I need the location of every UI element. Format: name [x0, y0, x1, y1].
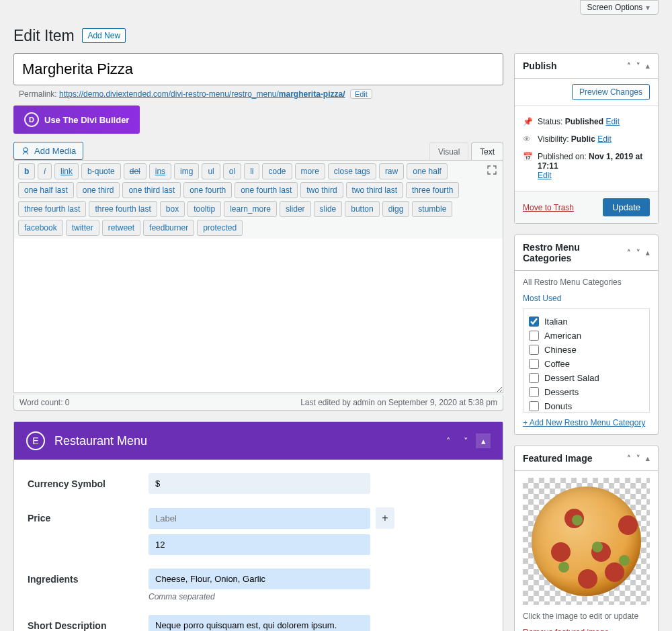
edit-status-link[interactable]: Edit — [605, 117, 620, 126]
quicktag-box[interactable]: box — [160, 201, 185, 217]
category-checkbox[interactable] — [529, 373, 539, 383]
move-up-icon[interactable]: ˄ — [627, 249, 631, 257]
price-value-input[interactable] — [149, 534, 370, 555]
post-title-input[interactable] — [13, 53, 503, 85]
quicktag-ins[interactable]: ins — [149, 163, 171, 179]
chevron-down-icon[interactable]: ˅ — [458, 433, 473, 448]
all-categories-tab[interactable]: All Restro Menu Categories — [523, 278, 622, 287]
category-label: Italian — [544, 317, 568, 327]
toggle-icon[interactable]: ▴ — [646, 62, 650, 71]
quicktag-one-third[interactable]: one third — [77, 182, 120, 198]
screen-options-button[interactable]: Screen Options — [580, 0, 659, 15]
calendar-icon: 📅 — [523, 152, 532, 161]
quicktag-button[interactable]: button — [345, 201, 379, 217]
move-down-icon[interactable]: ˅ — [636, 249, 640, 257]
quicktag-three-fourth-last[interactable]: three fourth last — [89, 201, 157, 217]
category-item[interactable]: Italian — [529, 314, 644, 329]
toggle-collapse-icon[interactable]: ▴ — [476, 433, 491, 448]
quicktag-one-half[interactable]: one half — [407, 163, 448, 179]
move-up-icon[interactable]: ˄ — [627, 454, 631, 463]
quicktag-facebook[interactable]: facebook — [18, 220, 63, 236]
quicktag-digg[interactable]: digg — [382, 201, 410, 217]
quicktag-two-third-last[interactable]: two third last — [346, 182, 403, 198]
quicktag-tooltip[interactable]: tooltip — [187, 201, 221, 217]
fullscreen-icon[interactable] — [487, 165, 497, 177]
quicktag-code[interactable]: code — [262, 163, 292, 179]
quicktag-b-quote[interactable]: b-quote — [81, 163, 121, 179]
quicktag-ol[interactable]: ol — [223, 163, 241, 179]
category-checkbox[interactable] — [529, 359, 539, 369]
category-item[interactable]: Chinese — [529, 343, 644, 357]
price-label-input[interactable] — [149, 508, 370, 529]
quicktag-feedburner[interactable]: feedburner — [143, 220, 194, 236]
quicktag-close-tags[interactable]: close tags — [328, 163, 376, 179]
edit-visibility-link[interactable]: Edit — [597, 134, 612, 144]
pizza-image — [532, 487, 641, 596]
quicktag-protected[interactable]: protected — [197, 220, 243, 236]
quicktag-one-half-last[interactable]: one half last — [18, 182, 74, 198]
category-checkbox[interactable] — [529, 331, 539, 341]
toggle-icon[interactable]: ▴ — [646, 454, 650, 463]
quicktag-one-third-last[interactable]: one third last — [122, 182, 181, 198]
trash-link[interactable]: Move to Trash — [523, 203, 574, 212]
category-checkbox[interactable] — [529, 401, 539, 411]
add-price-row-button[interactable]: + — [376, 507, 394, 529]
quicktag-one-fourth[interactable]: one fourth — [183, 182, 232, 198]
categories-metabox: Restro Menu Categories ˄ ˅ ▴ All Restro … — [514, 235, 659, 435]
add-new-button[interactable]: Add New — [82, 28, 126, 43]
most-used-tab[interactable]: Most Used — [523, 294, 561, 303]
permalink-edit-button[interactable]: Edit — [350, 89, 372, 99]
move-down-icon[interactable]: ˅ — [636, 454, 640, 463]
permalink-link[interactable]: https://demo.diviextended.com/divi-restr… — [59, 89, 345, 99]
featured-image-thumbnail[interactable] — [523, 478, 650, 605]
quicktag-slide[interactable]: slide — [314, 201, 343, 217]
quicktag-link[interactable]: link — [54, 163, 79, 179]
quicktag-more[interactable]: more — [295, 163, 325, 179]
featured-image-metabox: Featured Image ˄ ˅ ▴ Click the image to … — [514, 446, 659, 631]
divi-builder-button[interactable]: D Use The Divi Builder — [13, 106, 140, 134]
quicktag-li[interactable]: li — [244, 163, 259, 179]
preview-changes-button[interactable]: Preview Changes — [572, 84, 650, 100]
text-tab[interactable]: Text — [471, 142, 503, 161]
chevron-up-icon[interactable]: ˄ — [441, 433, 456, 448]
toggle-icon[interactable]: ▴ — [646, 249, 650, 257]
quicktag-raw[interactable]: raw — [379, 163, 404, 179]
category-checkbox[interactable] — [529, 345, 539, 355]
quicktag-slider[interactable]: slider — [280, 201, 311, 217]
permalink: Permalink: https://demo.diviextended.com… — [13, 85, 503, 106]
add-category-link[interactable]: + Add New Restro Menu Category — [523, 418, 650, 427]
quicktag-three-fourth-last[interactable]: three fourth last — [18, 201, 86, 217]
quicktag-one-fourth-last[interactable]: one fourth last — [235, 182, 298, 198]
quicktag-three-fourth[interactable]: three fourth — [406, 182, 459, 198]
quicktag-twitter[interactable]: twitter — [66, 220, 99, 236]
quicktag-stumble[interactable]: stumble — [412, 201, 452, 217]
visual-tab[interactable]: Visual — [429, 142, 468, 161]
quicktag-i[interactable]: i — [38, 163, 52, 179]
remove-featured-link[interactable]: Remove featured image — [523, 628, 650, 631]
edit-date-link[interactable]: Edit — [538, 171, 552, 180]
quicktag-b[interactable]: b — [18, 163, 35, 179]
last-edited: Last edited by admin on September 9, 202… — [300, 398, 497, 407]
quicktag-img[interactable]: img — [174, 163, 199, 179]
move-up-icon[interactable]: ˄ — [627, 62, 631, 71]
quicktag-del[interactable]: del — [124, 163, 146, 179]
category-item[interactable]: Desserts — [529, 385, 644, 399]
category-item[interactable]: Dessert Salad — [529, 371, 644, 385]
move-down-icon[interactable]: ˅ — [636, 62, 640, 71]
category-item[interactable]: Coffee — [529, 357, 644, 371]
category-checkbox[interactable] — [529, 387, 539, 397]
quicktag-retweet[interactable]: retweet — [102, 220, 140, 236]
quicktag-two-third[interactable]: two third — [300, 182, 343, 198]
quicktag-ul[interactable]: ul — [202, 163, 220, 179]
category-item[interactable]: Donuts — [529, 399, 644, 413]
category-checkbox[interactable] — [529, 317, 539, 327]
ingredients-input[interactable] — [149, 569, 370, 589]
quicktag-learn_more[interactable]: learn_more — [224, 201, 277, 217]
currency-input[interactable] — [149, 473, 370, 494]
description-input[interactable]: Neque porro quisquam est, qui dolorem ip… — [149, 615, 370, 631]
update-button[interactable]: Update — [603, 198, 650, 216]
category-item[interactable]: American — [529, 329, 644, 343]
featured-title: Featured Image — [523, 453, 592, 464]
content-editor[interactable] — [13, 239, 503, 393]
add-media-button[interactable]: Add Media — [13, 142, 83, 160]
